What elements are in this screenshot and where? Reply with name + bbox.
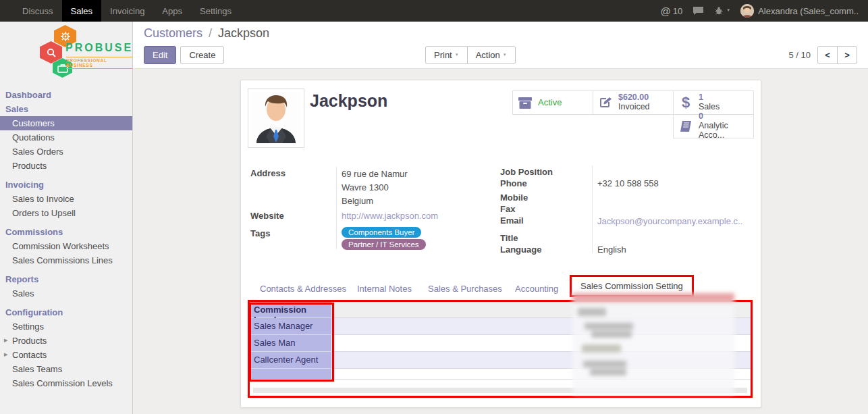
table-footer-strip (253, 388, 747, 393)
menu-discuss[interactable]: Discuss (13, 0, 62, 22)
menu-invoicing[interactable]: Invoicing (101, 0, 153, 22)
tab-sales-purchases[interactable]: Sales & Purchases (428, 284, 502, 294)
pager-counter: 5 / 10 (788, 50, 811, 60)
tab-contacts-addresses[interactable]: Contacts & Addresses (260, 284, 346, 294)
create-button[interactable]: Create (180, 46, 224, 64)
analytic-count: 0 (699, 112, 749, 122)
table-row[interactable]: Callcenter Agent (250, 352, 751, 369)
control-panel: Customers / Jackpson Edit Create Print A… (133, 22, 868, 69)
sales-count: 1 (699, 93, 720, 103)
user-avatar (740, 4, 754, 18)
phone-value: +32 10 588 558 (597, 178, 659, 188)
sidebar-item-sales-orders[interactable]: Sales Orders (0, 145, 132, 159)
tab-accounting[interactable]: Accounting (515, 284, 558, 294)
top-navbar: Discuss Sales Invoicing Apps Settings 10 (0, 0, 868, 22)
sidebar-heading-dashboard[interactable]: Dashboard (0, 88, 132, 102)
sidebar-item-quotations[interactable]: Quotations (0, 130, 132, 145)
menu-sales[interactable]: Sales (62, 0, 102, 22)
archive-box-icon (517, 97, 533, 109)
customer-form-sheet: Jackpson Active $620.00 Invoiced (240, 80, 761, 408)
sidebar-item-reports-sales[interactable]: Sales (0, 286, 132, 301)
email-label: Email (500, 215, 524, 226)
sidebar-item-customers[interactable]: Customers (0, 116, 132, 130)
breadcrumb-separator: / (209, 26, 212, 40)
sales-label: Sales (699, 103, 720, 112)
sidebar-item-config-products[interactable]: Products (0, 334, 132, 348)
left-sidebar: PROBUSE PROFESSIONAL BUSINESS Dashboard … (0, 22, 133, 414)
address-line3: Belgium (342, 196, 373, 206)
commission-level-cell[interactable]: Callcenter Agent (250, 352, 331, 368)
sidebar-item-commission-worksheets[interactable]: Commission Worksheets (0, 239, 132, 253)
sidebar-item-settings[interactable]: Settings (0, 319, 132, 334)
table-row[interactable]: Sales Man (250, 335, 751, 352)
tag-partner-it-services[interactable]: Partner / IT Services (342, 239, 426, 250)
brand-name: PROBUSE (65, 42, 133, 54)
invoiced-amount: $620.00 (618, 93, 650, 103)
invoiced-stat-button[interactable]: $620.00 Invoiced (593, 90, 674, 115)
tag-components-buyer[interactable]: Components Buyer (342, 227, 421, 238)
sidebar-menu: Dashboard Sales Customers Quotations Sal… (0, 88, 132, 390)
mobile-label: Mobile (500, 192, 528, 203)
user-menu[interactable]: Alexandra (Sales_comm.. (740, 4, 859, 18)
action-label: Action (476, 50, 500, 60)
customer-photo[interactable] (248, 88, 304, 148)
sidebar-heading-invoicing[interactable]: Invoicing (0, 178, 132, 192)
analytic-label: Analytic Acco... (699, 122, 749, 140)
print-dropdown-button[interactable]: Print (425, 46, 468, 64)
sidebar-heading-sales[interactable]: Sales (0, 102, 132, 116)
pager-next-button[interactable] (837, 46, 857, 64)
commission-level-cell[interactable]: Sales Man (250, 335, 331, 351)
top-menu: Discuss Sales Invoicing Apps Settings (13, 0, 240, 22)
probuse-logo[interactable]: PROBUSE PROFESSIONAL BUSINESS (0, 22, 132, 84)
fax-label: Fax (500, 204, 515, 214)
sidebar-heading-commissions[interactable]: Commissions (0, 225, 132, 239)
user-name: Alexandra (Sales_comm.. (758, 6, 859, 16)
messages-icon[interactable] (693, 6, 704, 16)
main-content: Jackpson Active $620.00 Invoiced (133, 69, 868, 414)
table-row[interactable]: Sales Manager (250, 318, 751, 335)
field-group-divider-right (592, 165, 593, 253)
sidebar-item-sales-commission-levels[interactable]: Sales Commission Levels (0, 376, 132, 390)
sidebar-item-sales-commissions-lines[interactable]: Sales Commissions Lines (0, 253, 132, 267)
edit-button[interactable]: Edit (144, 46, 176, 64)
sidebar-heading-reports[interactable]: Reports (0, 272, 132, 286)
breadcrumb-customers-link[interactable]: Customers (144, 26, 202, 40)
language-value: English (597, 244, 626, 255)
print-label: Print (434, 50, 452, 60)
phone-label: Phone (500, 178, 527, 188)
tab-internal-notes[interactable]: Internal Notes (357, 284, 412, 294)
edit-pencil-icon (597, 96, 614, 109)
commission-level-empty-cell[interactable] (250, 369, 331, 379)
website-label: Website (250, 211, 284, 221)
tags-label: Tags (250, 228, 270, 238)
sidebar-item-sales-to-invoice[interactable]: Sales to Invoice (0, 192, 132, 206)
sidebar-heading-configuration[interactable]: Configuration (0, 305, 132, 319)
tab-sales-commission-setting[interactable]: Sales Commission Setting (570, 275, 694, 297)
commission-table: Commission Level Sales Manager Sales Man… (248, 300, 753, 398)
address-label: Address (250, 168, 286, 178)
brand-tagline: PROFESSIONAL BUSINESS (66, 57, 132, 69)
menu-settings[interactable]: Settings (191, 0, 240, 22)
job-position-label: Job Position (500, 167, 553, 177)
commission-level-header[interactable]: Commission Level (250, 302, 331, 317)
table-spacer (250, 380, 751, 388)
menu-apps[interactable]: Apps (153, 0, 191, 22)
sidebar-item-orders-to-upsell[interactable]: Orders to Upsell (0, 206, 132, 220)
mentions-counter[interactable]: 10 (661, 5, 683, 17)
commission-level-cell[interactable]: Sales Manager (250, 318, 331, 334)
website-link[interactable]: http://www.jackpson.com (342, 211, 438, 221)
active-toggle-button[interactable]: Active (512, 90, 593, 115)
sales-stat-button[interactable]: 1 Sales (673, 90, 754, 115)
field-group-divider-left (336, 167, 337, 249)
sidebar-item-sales-teams[interactable]: Sales Teams (0, 362, 132, 376)
sidebar-item-config-contacts[interactable]: Contacts (0, 348, 132, 362)
email-link[interactable]: Jackpson@yourcompany.example.c.. (597, 216, 742, 226)
tab-label: Sales Commission Setting (580, 281, 683, 291)
action-dropdown-button[interactable]: Action (467, 46, 516, 64)
pager-previous-button[interactable] (817, 46, 838, 64)
analytic-accounts-stat-button[interactable]: 0 Analytic Acco... (673, 114, 754, 138)
table-empty-row[interactable] (250, 369, 751, 380)
sidebar-item-products[interactable]: Products (0, 159, 132, 173)
debug-bug-icon[interactable] (714, 6, 730, 16)
active-label: Active (538, 98, 562, 107)
